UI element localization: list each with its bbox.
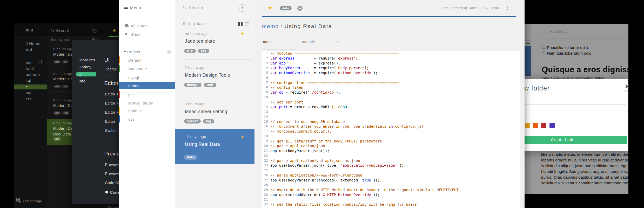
search-input[interactable]: Search <box>189 5 203 10</box>
line-content: var app = express(); <box>268 61 340 65</box>
project-header[interactable]: Project <box>127 50 140 54</box>
add-snippet-tab-button[interactable]: + <box>337 39 339 44</box>
line-content <box>268 115 272 119</box>
note-item[interactable]: an hours ago★Jade templatewiptag <box>175 26 254 59</box>
add-tag-button[interactable]: + <box>297 6 303 11</box>
project-collapse-icon[interactable] <box>124 51 126 53</box>
note-title: Modern Design Tools <box>185 73 230 78</box>
code-line: 6 <box>261 75 520 80</box>
dark-folder-item[interactable]: ostnote <box>26 72 40 77</box>
sidebar-folder-nodeJs[interactable]: nodeJs <box>119 107 175 114</box>
sidebar-folder-css[interactable]: css <box>119 115 175 122</box>
note-item[interactable]: 2 hours agoModern Design Toolsdesigntool <box>175 60 254 94</box>
dark-folder-item[interactable]: fault <box>26 66 34 71</box>
line-content <box>268 134 272 138</box>
note-title: Mean server setting <box>185 109 227 114</box>
settings-menu-item-ui[interactable]: UI <box>79 72 83 77</box>
settings-page-title: UI <box>104 57 110 63</box>
dark-new-note-button[interactable]: + <box>92 28 97 33</box>
sidebar-folder-laravel_study[interactable]: laravel_study <box>119 99 175 106</box>
dark-code-lang-select[interactable]: javascri <box>107 205 119 208</box>
note-star-icon[interactable]: ★ <box>267 5 272 11</box>
all-notes-icon <box>125 24 129 27</box>
list-view-icon[interactable] <box>245 22 249 26</box>
folder-color-swatch[interactable] <box>525 123 530 128</box>
menu-hamburger-icon[interactable] <box>124 6 128 9</box>
dark-add-folder-icon[interactable]: + <box>39 60 43 64</box>
settings-menu-item-hotkey[interactable]: Hotkey <box>79 65 92 69</box>
code-line: 10 <box>261 95 520 100</box>
note-tags: wiptag <box>184 49 209 53</box>
add-folder-button[interactable]: + <box>167 50 171 54</box>
sidebar-item-all-notes[interactable]: All Notes <box>131 24 147 28</box>
dark-folder-item[interactable]: ers <box>26 97 32 101</box>
dark-folder-item[interactable]: mo <box>26 91 31 95</box>
dark-editor-star-icon[interactable]: ★ <box>112 28 116 33</box>
dark-note-tag: wip <box>53 111 61 115</box>
line-number: 32 <box>261 202 268 207</box>
line-content: // mongoose.connect(db.url); <box>268 129 332 133</box>
note-menu-icon[interactable] <box>507 6 508 11</box>
settings-editor-item[interactable]: Editor Fo <box>105 110 119 114</box>
code-line: 9var db = require('./config/db'); <box>261 90 520 95</box>
note-tag: design <box>184 83 202 87</box>
folder-color-swatch[interactable] <box>549 123 555 128</box>
code-line: 8// config files <box>261 85 520 90</box>
modal-close-icon[interactable] <box>625 84 629 88</box>
add-storage-button[interactable]: Add storage <box>22 199 42 203</box>
sidebar-folder-git[interactable]: git <box>119 91 175 98</box>
settings-editor-item[interactable]: Switching <box>105 128 119 133</box>
dark-note-time: 8 hours ago <box>53 98 73 102</box>
settings-editor-item[interactable]: Editor In <box>105 119 119 124</box>
dark-folder-item[interactable]: e <box>26 85 28 89</box>
settings-checkbox[interactable] <box>105 191 108 193</box>
settings-menu-item-info[interactable]: Info <box>79 79 86 83</box>
note-tag-label: data <box>282 6 289 10</box>
sidebar-item-starred[interactable]: Stard <box>131 32 141 36</box>
folder-color-swatch[interactable] <box>541 123 546 128</box>
note-tag-badge[interactable]: data <box>280 6 292 10</box>
sidebar-folder-memo[interactable]: memo <box>119 82 175 89</box>
folder-name-input[interactable] <box>525 105 627 112</box>
tab-main[interactable]: main <box>263 40 272 44</box>
line-number: 6 <box>261 75 268 80</box>
dark-sidebar-project-header: ect <box>26 60 31 65</box>
note-item[interactable]: 3 hours agoMean server settingservertag <box>175 96 254 129</box>
sort-dropdown[interactable]: Sort by date <box>183 22 205 26</box>
add-storage-icon <box>16 198 21 203</box>
dark-note-title: Modern Des <box>53 103 75 108</box>
settings-preview-item[interactable]: Code Blo <box>105 181 119 185</box>
dark-folder-item[interactable]: sql <box>26 78 31 83</box>
settings-editor-item[interactable]: Editor Fo <box>105 101 119 105</box>
grid-view-icon[interactable] <box>238 22 243 26</box>
folder-name: laravel_study <box>128 101 153 105</box>
line-number: 3 <box>261 61 268 66</box>
dark-menu-button[interactable]: enu <box>26 28 33 32</box>
code-line: 23// parse application/vnd.api+json as j… <box>261 158 520 163</box>
dark-sidebar-selected-row[interactable] <box>14 84 47 89</box>
dark-sidebar-item-starred[interactable]: ard <box>26 47 32 51</box>
settings-preview-item[interactable]: Preview F <box>105 162 119 167</box>
code-line: 32// set the static files location /publ… <box>261 202 520 207</box>
dark-sidebar-item-all-notes[interactable]: ll Notes <box>26 41 40 46</box>
new-note-button[interactable]: + <box>239 4 246 12</box>
note-item[interactable]: 12 days ago★Using Real Datadata <box>175 129 254 164</box>
create-folder-button[interactable]: Create folder <box>525 136 627 144</box>
dark-search-input[interactable]: Search <box>55 28 69 32</box>
settings-checkbox-label[interactable]: Code B <box>110 190 119 194</box>
settings-preview-item[interactable]: Preview F <box>105 172 119 176</box>
sidebar-folder-mysql[interactable]: mysql <box>119 74 175 81</box>
menu-label[interactable]: Menu <box>130 5 141 10</box>
settings-editor-item[interactable]: Editor Th <box>105 92 119 96</box>
sidebar-folder-Boostnote[interactable]: Boostnote <box>119 65 175 72</box>
breadcrumb-folder[interactable]: memo <box>262 23 279 29</box>
dark-sort-dropdown[interactable]: Sort by xxx <box>51 38 69 42</box>
folder-color-swatch[interactable] <box>533 123 538 128</box>
tab-module[interactable]: module <box>302 40 315 44</box>
dark-note-title: Modern Des <box>53 52 75 56</box>
code-editor[interactable]: 1// modules ============================… <box>261 51 520 208</box>
line-number: 9 <box>261 90 268 95</box>
settings-menu-item-storages[interactable]: Storages <box>79 58 95 62</box>
sidebar-folder-Default[interactable]: Default <box>119 56 175 63</box>
settings-theme-label[interactable]: Theme <box>105 67 117 71</box>
